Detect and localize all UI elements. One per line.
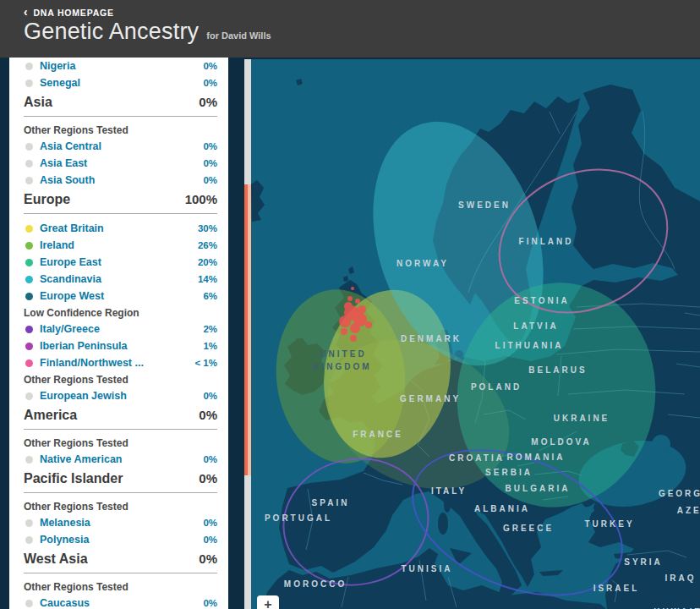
- map-label-germany: GERMANY: [400, 394, 461, 403]
- ethnicity-item-melanesia[interactable]: Melanesia0%: [24, 514, 217, 531]
- ethnicity-item-polynesia[interactable]: Polynesia0%: [24, 531, 217, 548]
- map-label-georgia: GEORGIA: [659, 489, 700, 498]
- ethnicity-item-value: 1%: [203, 341, 217, 351]
- scrollbar-thumb[interactable]: [244, 184, 251, 475]
- map-label-iraq: IRAQ: [665, 573, 697, 583]
- app-header: ‹ DNA HOMEPAGE Genetic Ancestry for Davi…: [0, 0, 700, 58]
- region-color-dot: [25, 359, 33, 367]
- region-color-dot: [25, 143, 33, 151]
- map-label-spain: SPAIN: [312, 498, 350, 508]
- region-heading-label: West Asia: [24, 551, 88, 567]
- ethnicity-item-finland-northwest[interactable]: Finland/Northwest ...< 1%: [24, 354, 217, 371]
- ethnicity-item-value: 0%: [203, 598, 217, 608]
- ethnicity-item-nigeria[interactable]: Nigeria0%: [24, 58, 217, 74]
- map-label-kingdom: KINGDOM: [313, 362, 371, 371]
- region-heading-pacific-islander: Pacific Islander0%: [24, 468, 217, 488]
- map-label-morocco: MOROCCO: [284, 579, 347, 589]
- region-heading-asia: Asia0%: [24, 91, 217, 112]
- ethnicity-item-asia-east[interactable]: Asia East0%: [24, 155, 217, 172]
- ethnicity-item-label: Finland/Northwest ...: [40, 357, 144, 369]
- ethnicity-item-label: Senegal: [40, 77, 80, 89]
- ethnicity-item-value: 0%: [203, 391, 217, 401]
- ethnicity-item-label: Asia East: [40, 157, 87, 169]
- subheading-low-confidence-region: Low Confidence Region: [24, 305, 217, 321]
- ancestry-map[interactable]: SWEDENFINLANDNORWAYESTONIALATVIADENMARKL…: [251, 59, 700, 609]
- island-corsica: [444, 497, 451, 513]
- subheading-other-regions-tested: Other Regions Tested: [24, 436, 217, 451]
- map-label-finland: FINLAND: [519, 237, 574, 246]
- island-mallorca: [370, 519, 375, 524]
- map-label-tunisia: TUNISIA: [402, 564, 453, 573]
- region-heading-label: Europe: [24, 192, 70, 207]
- ethnicity-item-europe-east[interactable]: Europe East20%: [24, 254, 217, 271]
- region-color-dot: [25, 259, 33, 266]
- subheading-other-regions-tested: Other Regions Tested: [24, 123, 217, 138]
- map-label-portugal: PORTUGAL: [265, 513, 332, 523]
- ethnicity-item-value: 14%: [198, 274, 217, 284]
- region-heading-value: 0%: [199, 408, 217, 422]
- region-heading-value: 100%: [185, 192, 217, 206]
- map-label-denmark: DENMARK: [401, 334, 462, 343]
- ethnicity-item-native-american[interactable]: Native American0%: [24, 451, 217, 468]
- region-color-dot: [25, 343, 33, 350]
- map-label-albania: ALBANIA: [474, 504, 530, 513]
- ethnicity-item-scandinavia[interactable]: Scandinavia14%: [24, 271, 217, 288]
- page-subtitle: for David Wills: [206, 30, 271, 41]
- ethnicity-item-value: 0%: [203, 454, 217, 464]
- map-label-sweden: SWEDEN: [458, 200, 511, 210]
- ethnicity-item-europe-west[interactable]: Europe West6%: [24, 288, 217, 304]
- map-label-croatia: CROATIA: [449, 453, 505, 463]
- ethnicity-item-value: 0%: [203, 518, 217, 528]
- separator: [24, 492, 217, 493]
- ethnicity-item-asia-south[interactable]: Asia South0%: [24, 172, 217, 189]
- region-color-dot: [25, 242, 33, 250]
- ethnicity-item-value: 2%: [203, 324, 217, 334]
- region-color-dot: [25, 63, 33, 70]
- map-label-ukraine: UKRAINE: [554, 414, 610, 423]
- subheading-other-regions-tested: Other Regions Tested: [24, 499, 217, 514]
- subheading-other-regions-tested: Other Regions Tested: [24, 372, 217, 387]
- region-heading-west-asia: West Asia0%: [24, 548, 217, 568]
- ethnicity-item-label: Italy/Greece: [40, 323, 100, 335]
- back-link[interactable]: ‹ DNA HOMEPAGE: [24, 8, 700, 18]
- chevron-left-icon: ‹: [24, 8, 28, 16]
- ethnicity-item-senegal[interactable]: Senegal0%: [24, 74, 217, 91]
- ethnicity-item-value: < 1%: [194, 358, 217, 368]
- island-sardinia: [438, 513, 448, 535]
- region-heading-value: 0%: [199, 95, 217, 109]
- region-heading-america: America0%: [24, 404, 217, 425]
- map-label-united: UNITED: [320, 349, 366, 359]
- island-ibiza: [364, 522, 367, 525]
- ethnicity-item-iberian-peninsula[interactable]: Iberian Peninsula1%: [24, 337, 217, 354]
- ethnicity-item-european-jewish[interactable]: European Jewish0%: [24, 387, 217, 404]
- back-link-label: DNA HOMEPAGE: [33, 8, 113, 18]
- ethnicity-item-value: 26%: [198, 240, 217, 250]
- ethnicity-item-italy-greece[interactable]: Italy/Greece2%: [24, 321, 217, 337]
- ethnicity-item-ireland[interactable]: Ireland26%: [24, 237, 217, 254]
- ethnicity-item-label: Caucasus: [40, 597, 90, 609]
- europe-map-svg: SWEDENFINLANDNORWAYESTONIALATVIADENMARKL…: [251, 59, 700, 609]
- ethnicity-item-caucasus[interactable]: Caucasus0%: [24, 595, 217, 609]
- panel-scrollbar[interactable]: [244, 59, 251, 609]
- map-label-serbia: SERBIA: [485, 468, 533, 477]
- ethnicity-item-label: Melanesia: [40, 517, 90, 529]
- ethnicity-item-label: Polynesia: [40, 534, 89, 546]
- separator: [24, 429, 217, 430]
- ethnicity-item-value: 0%: [203, 535, 217, 545]
- region-heading-value: 0%: [199, 551, 217, 566]
- ethnicity-item-value: 0%: [203, 78, 217, 88]
- region-color-dot: [25, 456, 33, 464]
- region-color-dot: [25, 160, 33, 167]
- ethnicity-item-great-britain[interactable]: Great Britain30%: [24, 220, 217, 237]
- ethnicity-item-label: Ireland: [40, 239, 74, 251]
- map-label-poland: POLAND: [471, 382, 522, 392]
- map-zoom-in-button[interactable]: +: [257, 595, 279, 609]
- region-heading-value: 0%: [199, 471, 217, 486]
- main-content: Nigeria0%Senegal0%Asia0%Other Regions Te…: [0, 58, 700, 609]
- map-label-italy: ITALY: [431, 486, 467, 496]
- ethnicity-item-value: 0%: [203, 141, 217, 151]
- map-label-norway: NORWAY: [396, 259, 449, 268]
- ethnicity-item-asia-central[interactable]: Asia Central0%: [24, 138, 217, 155]
- region-heading-europe: Europe100%: [24, 189, 217, 209]
- ethnicity-item-value: 0%: [203, 175, 217, 185]
